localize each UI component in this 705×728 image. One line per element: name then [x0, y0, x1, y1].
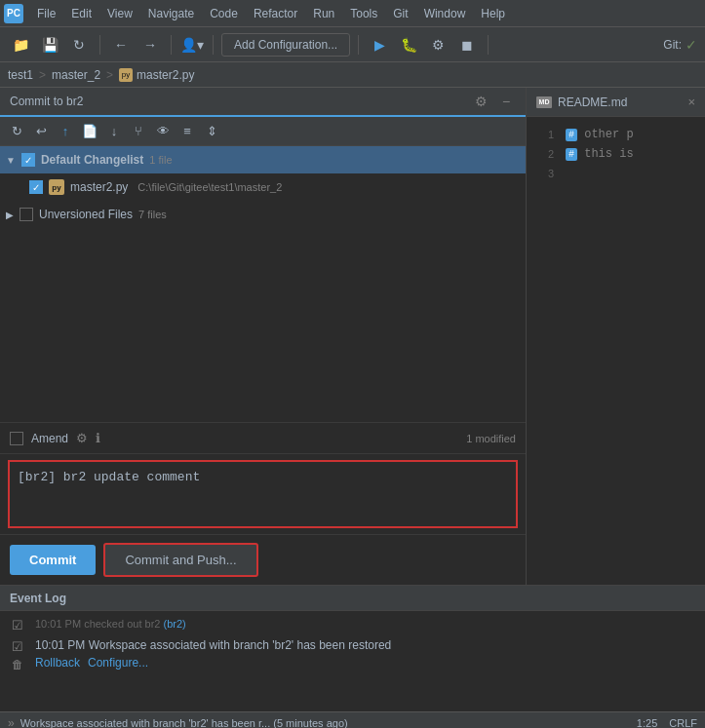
- revert-btn[interactable]: ↩: [30, 121, 52, 142]
- panel-header: Commit to br2 ⚙ −: [0, 88, 526, 117]
- open-folder-btn[interactable]: 📁: [8, 32, 33, 57]
- user-btn[interactable]: 👤▾: [179, 32, 205, 57]
- commit-button[interactable]: Commit: [10, 545, 96, 575]
- changelist-header[interactable]: ▼ ✓ Default Changelist 1 file: [0, 146, 526, 173]
- code-line-3: 3: [534, 164, 697, 183]
- code-line-2: 2 # this is: [534, 144, 697, 164]
- unversioned-arrow: ▶: [6, 210, 14, 220]
- file-item[interactable]: ✓ py master2.py C:\file\Git\gitee\test1\…: [0, 173, 526, 201]
- readme-file-icon: MD: [536, 96, 552, 108]
- shelve-btn[interactable]: ↑: [55, 121, 76, 142]
- menu-run[interactable]: Run: [305, 3, 342, 24]
- event-log-body: ☑ 10:01 PM checked out br2 (br2) ☑ 🗑 10:…: [0, 611, 705, 711]
- line-code-2: # this is: [566, 147, 634, 161]
- menu-help[interactable]: Help: [473, 3, 513, 24]
- breadcrumb-branch[interactable]: master_2: [52, 68, 100, 82]
- group-btn[interactable]: ⇕: [201, 121, 222, 142]
- line-num-2: 2: [534, 148, 554, 160]
- breadcrumb: test1 > master_2 > py master2.py: [0, 62, 705, 88]
- right-panel: MD README.md × 1 # other p 2 # this is 3: [527, 88, 705, 585]
- menu-refactor[interactable]: Refactor: [246, 3, 305, 24]
- menu-code[interactable]: Code: [202, 3, 246, 24]
- stop-btn[interactable]: ◼: [454, 32, 480, 57]
- main-layout: Commit to br2 ⚙ − ↻ ↩ ↑ 📄 ↓ ⑂ 👁 ≡ ⇕ ▼ ✓ …: [0, 88, 705, 585]
- trash-icon-main[interactable]: 🗑: [12, 658, 23, 671]
- panel-minimize-btn[interactable]: −: [496, 92, 516, 111]
- event-links: Rollback Configure...: [35, 656, 697, 670]
- menu-file[interactable]: File: [29, 3, 63, 24]
- status-bar: » Workspace associated with branch 'br2'…: [0, 711, 705, 728]
- commit-message-area: [br2] br2 update comment: [0, 453, 526, 534]
- filter-btn[interactable]: ≡: [176, 121, 198, 142]
- code-line-1: 1 # other p: [534, 125, 697, 144]
- changelist-count: 1 file: [149, 154, 172, 166]
- toolbar-sep-1: [99, 35, 100, 55]
- changelist-checkbox[interactable]: ✓: [21, 153, 35, 167]
- add-configuration-btn[interactable]: Add Configuration...: [221, 33, 350, 57]
- event-log: Event Log ☑ 10:01 PM checked out br2 (br…: [0, 585, 705, 711]
- expand-icon[interactable]: »: [8, 716, 15, 729]
- tree-btn[interactable]: ⑂: [128, 121, 149, 142]
- debug-btn[interactable]: 🐛: [396, 32, 421, 57]
- diff-btn[interactable]: 📄: [79, 121, 100, 142]
- readme-close-btn[interactable]: ×: [687, 95, 695, 109]
- rollback-link[interactable]: Rollback: [35, 656, 80, 670]
- event-icon-col-main: ☑ 🗑: [8, 637, 27, 671]
- line-num-3: 3: [534, 168, 554, 179]
- event-link-prev[interactable]: (br2): [163, 618, 185, 630]
- amend-label: Amend: [31, 432, 68, 445]
- panel-header-icons: ⚙ −: [471, 92, 516, 111]
- event-text-main: 10:01 PM Workspace associated with branc…: [35, 638, 391, 652]
- event-content-prev: 10:01 PM checked out br2 (br2): [35, 617, 697, 631]
- highlight-1: #: [566, 129, 577, 141]
- back-btn[interactable]: ←: [108, 32, 134, 57]
- event-log-header: Event Log: [0, 586, 705, 611]
- check-icon-main: ☑: [12, 639, 23, 654]
- status-bar-right: 1:25 CRLF: [637, 717, 697, 729]
- event-log-title: Event Log: [10, 592, 66, 605]
- breadcrumb-project[interactable]: test1: [8, 68, 33, 82]
- file-name: master2.py: [70, 180, 128, 194]
- event-muted-text: 10:01 PM checked out br2: [35, 618, 163, 630]
- line-code-1: # other p: [566, 128, 634, 141]
- app-logo: PC: [4, 4, 23, 23]
- menu-git[interactable]: Git: [385, 3, 415, 24]
- run-btn[interactable]: ▶: [367, 32, 392, 57]
- breadcrumb-file[interactable]: py master2.py: [119, 68, 194, 82]
- panel-title: Commit to br2: [10, 95, 463, 108]
- save-btn[interactable]: 💾: [37, 32, 62, 57]
- modified-badge: 1 modified: [466, 433, 516, 444]
- coverage-btn[interactable]: ⚙: [425, 32, 450, 57]
- refresh-btn[interactable]: ↻: [6, 121, 27, 142]
- menu-edit[interactable]: Edit: [63, 3, 99, 24]
- commit-and-push-button[interactable]: Commit and Push...: [103, 543, 257, 577]
- menu-navigate[interactable]: Navigate: [140, 3, 202, 24]
- commit-toolbar: ↻ ↩ ↑ 📄 ↓ ⑂ 👁 ≡ ⇕: [0, 117, 526, 146]
- menu-view[interactable]: View: [99, 3, 140, 24]
- toolbar-sep-5: [488, 35, 489, 55]
- event-log-row-prev: ☑ 10:01 PM checked out br2 (br2): [0, 615, 705, 634]
- sync-btn[interactable]: ↻: [66, 32, 92, 57]
- line-text-1: other p: [584, 128, 633, 141]
- configure-link[interactable]: Configure...: [88, 656, 148, 670]
- panel-settings-btn[interactable]: ⚙: [471, 92, 490, 111]
- menu-tools[interactable]: Tools: [342, 3, 385, 24]
- unversioned-checkbox[interactable]: [20, 208, 33, 221]
- highlight-2: #: [566, 148, 577, 161]
- commit-message-box[interactable]: [br2] br2 update comment: [8, 460, 518, 528]
- file-checkbox[interactable]: ✓: [29, 180, 43, 194]
- amend-info-icon[interactable]: ℹ: [96, 431, 100, 445]
- unversioned-count: 7 files: [138, 209, 167, 220]
- preview-btn[interactable]: 👁: [152, 121, 174, 142]
- python-file-icon: py: [119, 68, 133, 82]
- amend-gear-icon[interactable]: ⚙: [76, 431, 88, 445]
- menu-window[interactable]: Window: [416, 3, 474, 24]
- unversioned-row[interactable]: ▶ Unversioned Files 7 files: [0, 201, 526, 228]
- expand-all-btn[interactable]: ↓: [103, 121, 125, 142]
- forward-btn[interactable]: →: [137, 32, 163, 57]
- unversioned-label: Unversioned Files: [39, 208, 133, 221]
- file-python-icon: py: [49, 179, 64, 195]
- code-area: 1 # other p 2 # this is 3: [527, 117, 705, 585]
- amend-checkbox[interactable]: [10, 432, 23, 445]
- status-encoding: CRLF: [669, 717, 697, 729]
